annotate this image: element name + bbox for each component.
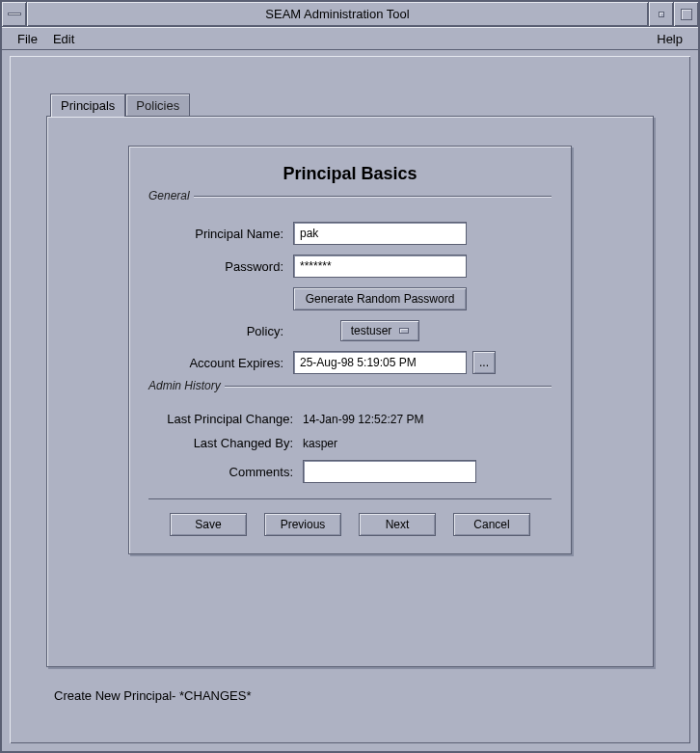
group-general: General Principal Name: Password: Genera… [148, 196, 552, 374]
date-picker-button[interactable]: ... [472, 351, 496, 374]
menu-edit[interactable]: Edit [45, 30, 82, 48]
group-general-legend: General [145, 189, 194, 202]
last-changed-by-value: kasper [303, 437, 337, 450]
window-title: SEAM Administration Tool [27, 2, 648, 26]
next-button[interactable]: Next [359, 513, 436, 536]
group-admin-history: Admin History Last Principal Change: 14-… [148, 386, 552, 483]
comments-label: Comments: [148, 465, 303, 479]
minimize-button[interactable] [648, 2, 673, 26]
tab-policies[interactable]: Policies [125, 94, 190, 117]
tab-principals[interactable]: Principals [50, 94, 125, 117]
action-buttons: Save Previous Next Cancel [148, 513, 552, 536]
generate-password-button[interactable]: Generate Random Password [293, 287, 467, 310]
password-input[interactable] [293, 255, 467, 278]
save-button[interactable]: Save [170, 513, 247, 536]
policy-label: Policy: [148, 324, 293, 338]
system-menu-button[interactable] [2, 2, 27, 26]
separator [148, 498, 552, 499]
status-line: Create New Principal- *CHANGES* [54, 688, 654, 703]
option-menu-icon [399, 328, 409, 334]
group-history-legend: Admin History [145, 379, 225, 392]
maximize-button[interactable] [673, 2, 698, 26]
last-change-label: Last Principal Change: [148, 412, 303, 426]
menu-file[interactable]: File [10, 30, 45, 48]
workarea: Principals Policies Principal Basics Gen… [10, 56, 690, 743]
form-title: Principal Basics [148, 164, 552, 184]
previous-button[interactable]: Previous [264, 513, 341, 536]
policy-value: testuser [351, 324, 392, 337]
app-window: SEAM Administration Tool File Edit Help … [0, 0, 700, 753]
tab-panel-principals: Principal Basics General Principal Name:… [46, 116, 654, 667]
comments-input[interactable] [303, 460, 476, 483]
menubar: File Edit Help [2, 27, 698, 50]
account-expires-input[interactable] [293, 351, 467, 374]
menu-help[interactable]: Help [649, 30, 690, 48]
cancel-button[interactable]: Cancel [453, 513, 530, 536]
principal-name-input[interactable] [293, 222, 467, 245]
policy-option-menu[interactable]: testuser [340, 320, 420, 341]
account-expires-label: Account Expires: [148, 356, 293, 370]
titlebar: SEAM Administration Tool [2, 2, 698, 27]
tab-row: Principals Policies [50, 93, 654, 116]
principal-basics-card: Principal Basics General Principal Name:… [128, 146, 572, 554]
last-change-value: 14-Jan-99 12:52:27 PM [303, 413, 423, 426]
principal-name-label: Principal Name: [148, 227, 293, 241]
last-changed-by-label: Last Changed By: [148, 436, 303, 450]
password-label: Password: [148, 259, 293, 274]
